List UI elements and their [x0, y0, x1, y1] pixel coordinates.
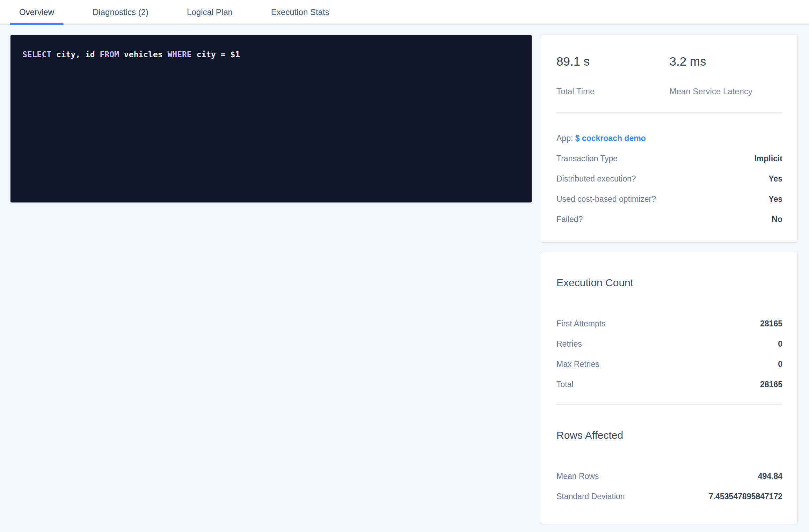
tab-logical-plan[interactable]: Logical Plan — [177, 0, 242, 24]
stat-row-label: Failed? — [556, 215, 583, 224]
sql-box: SELECT city, id FROM vehicles WHERE city… — [10, 35, 532, 202]
stat-row-label: Total — [556, 380, 574, 389]
stat-total-time: 89.1 s Total Time — [556, 54, 670, 96]
tab-label: Logical Plan — [187, 7, 233, 17]
rows-affected-rows: Mean Rows 494.84 Standard Deviation 7.45… — [556, 466, 782, 507]
sql-text: city, id — [51, 50, 100, 59]
tab-diagnostics-2[interactable]: Diagnostics (2) — [83, 0, 158, 24]
divider — [556, 404, 782, 405]
sql-query: SELECT city, id FROM vehicles WHERE city… — [22, 50, 240, 59]
stat-row-value: Implicit — [754, 154, 782, 163]
stat-row-label: Distributed execution? — [556, 174, 636, 184]
stat-row-label: Mean Rows — [556, 472, 599, 481]
stat-row-value: Yes — [768, 194, 782, 204]
right-column: 89.1 s Total Time 3.2 ms Mean Service La… — [541, 35, 797, 524]
app-row: App: $ cockroach demo — [556, 128, 782, 148]
stats-row: 89.1 s Total Time 3.2 ms Mean Service La… — [556, 54, 782, 96]
stat-row: Max Retries 0 — [556, 354, 782, 374]
tab-label: Diagnostics (2) — [93, 7, 148, 17]
tab-bar: Overview Diagnostics (2) Logical Plan Ex… — [0, 0, 809, 25]
summary-card: 89.1 s Total Time 3.2 ms Mean Service La… — [541, 35, 797, 242]
sql-text: vehicles — [119, 50, 167, 59]
app-label: App: $ cockroach demo — [556, 134, 646, 143]
stat-row: First Attempts 28165 — [556, 313, 782, 334]
app-link[interactable]: $ cockroach demo — [575, 134, 646, 143]
stat-row-value: No — [772, 215, 782, 224]
stat-row-value: 28165 — [760, 319, 782, 328]
execution-stats-card: Execution Count First Attempts 28165 Ret… — [541, 252, 797, 524]
tab-execution-stats[interactable]: Execution Stats — [262, 0, 339, 24]
stat-row: Standard Deviation 7.453547895847172 — [556, 486, 782, 507]
stat-row: Total 28165 — [556, 374, 782, 394]
stat-row-label: Transaction Type — [556, 154, 618, 163]
stat-row-label: Standard Deviation — [556, 492, 625, 501]
statement-details-page: Overview Diagnostics (2) Logical Plan Ex… — [0, 0, 809, 532]
stat-row: Distributed execution? Yes — [556, 169, 782, 189]
stat-row-value: 7.453547895847172 — [709, 492, 782, 501]
stat-row-value: 0 — [778, 339, 782, 349]
content-area: SELECT city, id FROM vehicles WHERE city… — [0, 25, 809, 524]
stat-row-label: Used cost-based optimizer? — [556, 194, 656, 204]
summary-rows: Transaction Type Implicit Distributed ex… — [556, 148, 782, 229]
tab-overview[interactable]: Overview — [10, 0, 64, 24]
sql-keyword: FROM — [100, 50, 119, 59]
execution-count-rows: First Attempts 28165 Retries 0 Max Retri… — [556, 313, 782, 394]
stat-row-value: Yes — [768, 174, 782, 184]
rows-affected-title: Rows Affected — [556, 429, 782, 442]
divider — [556, 112, 782, 113]
stat-row-value: 494.84 — [758, 472, 782, 481]
tab-label: Execution Stats — [271, 7, 329, 17]
execution-count-title: Execution Count — [556, 276, 782, 289]
stat-row: Retries 0 — [556, 334, 782, 354]
app-label-text: App: — [556, 134, 573, 143]
sql-keyword: WHERE — [167, 50, 191, 59]
stat-row-value: 0 — [778, 360, 782, 369]
stat-row-label: Retries — [556, 339, 582, 349]
stat-row: Transaction Type Implicit — [556, 148, 782, 169]
stat-row: Used cost-based optimizer? Yes — [556, 189, 782, 209]
mean-service-latency-label: Mean Service Latency — [670, 87, 783, 96]
stat-mean-service-latency: 3.2 ms Mean Service Latency — [670, 54, 783, 96]
total-time-label: Total Time — [556, 87, 670, 96]
tab-label: Overview — [19, 7, 54, 17]
stat-row: Failed? No — [556, 209, 782, 229]
sql-keyword: SELECT — [22, 50, 51, 59]
total-time-value: 89.1 s — [556, 54, 670, 68]
stat-row-label: First Attempts — [556, 319, 606, 328]
stat-row-value: 28165 — [760, 380, 782, 389]
sql-text: city = $1 — [192, 50, 240, 59]
stat-row: Mean Rows 494.84 — [556, 466, 782, 486]
stat-row-label: Max Retries — [556, 360, 599, 369]
mean-service-latency-value: 3.2 ms — [670, 54, 783, 68]
